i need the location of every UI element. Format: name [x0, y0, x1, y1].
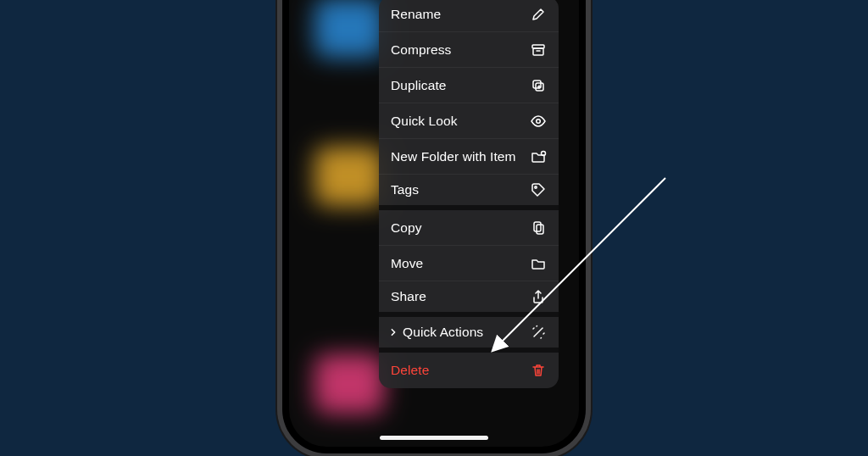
menu-item-compress[interactable]: Compress	[379, 32, 559, 68]
folder-blob-pink	[314, 354, 384, 414]
menu-item-label: Rename	[391, 7, 530, 22]
phone-frame: Rename Compress Duplicate Quick Look	[282, 0, 586, 453]
svg-rect-1	[533, 48, 543, 55]
eye-icon	[530, 113, 547, 130]
menu-item-quick-look[interactable]: Quick Look	[379, 103, 559, 139]
wand-icon	[530, 324, 547, 341]
folder-blob-blue	[314, 0, 384, 58]
menu-item-delete[interactable]: Delete	[379, 353, 559, 388]
folder-plus-icon	[530, 148, 547, 165]
menu-item-label: Tags	[391, 182, 530, 197]
svg-rect-7	[534, 222, 541, 231]
menu-item-tags[interactable]: Tags	[379, 175, 559, 210]
svg-point-6	[535, 186, 537, 188]
archivebox-icon	[530, 42, 547, 58]
menu-item-label: Compress	[391, 42, 530, 58]
tag-icon	[530, 181, 547, 198]
svg-point-5	[542, 151, 546, 155]
menu-item-move[interactable]: Move	[379, 246, 559, 281]
menu-item-share[interactable]: Share	[379, 281, 559, 317]
menu-item-duplicate[interactable]: Duplicate	[379, 68, 559, 103]
menu-item-label: New Folder with Item	[391, 149, 530, 164]
folder-blob-yellow	[314, 147, 384, 206]
menu-item-label: Quick Actions	[403, 325, 530, 340]
trash-icon	[530, 362, 547, 379]
menu-item-label: Share	[391, 289, 530, 304]
context-menu: Rename Compress Duplicate Quick Look	[379, 0, 559, 388]
menu-item-rename[interactable]: Rename	[379, 0, 559, 32]
menu-item-new-folder[interactable]: New Folder with Item	[379, 139, 559, 175]
pencil-icon	[530, 6, 547, 23]
folder-icon	[530, 255, 547, 272]
svg-rect-8	[537, 225, 543, 234]
menu-item-label: Quick Look	[391, 114, 530, 129]
share-icon	[530, 288, 547, 305]
menu-item-label: Duplicate	[391, 78, 530, 93]
duplicate-icon	[530, 77, 547, 94]
menu-item-quick-actions[interactable]: Quick Actions	[379, 317, 559, 353]
menu-item-label: Move	[391, 256, 530, 271]
chevron-right-icon	[387, 325, 399, 340]
phone-screen: Rename Compress Duplicate Quick Look	[289, 0, 579, 447]
copy-doc-icon	[530, 220, 547, 236]
menu-item-label: Delete	[391, 363, 530, 378]
home-indicator[interactable]	[380, 436, 488, 440]
svg-point-4	[537, 119, 541, 123]
menu-item-label: Copy	[391, 220, 530, 236]
menu-item-copy[interactable]: Copy	[379, 210, 559, 246]
